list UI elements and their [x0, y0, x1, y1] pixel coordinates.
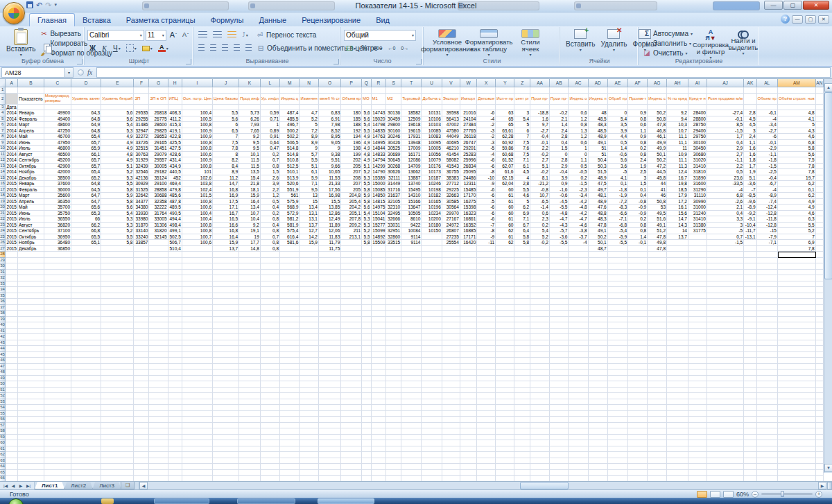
- cell[interactable]: 0,89: [261, 128, 280, 134]
- cell[interactable]: [134, 464, 149, 470]
- cell[interactable]: [101, 340, 134, 347]
- cell[interactable]: [319, 305, 341, 311]
- cell[interactable]: 31451: [149, 146, 168, 152]
- header-cell[interactable]: Экспорт: [442, 94, 460, 105]
- cell[interactable]: [550, 334, 569, 340]
- header-cell[interactable]: межб % ст: [319, 94, 341, 105]
- cell[interactable]: [460, 293, 478, 299]
- cell[interactable]: [778, 275, 816, 281]
- cell[interactable]: 0,8: [261, 240, 280, 246]
- cell[interactable]: -27,4: [707, 110, 744, 116]
- cell[interactable]: [460, 393, 478, 399]
- cell[interactable]: [149, 340, 168, 347]
- cell[interactable]: 510,4: [168, 246, 182, 252]
- cell[interactable]: [300, 446, 319, 453]
- last-sheet-icon[interactable]: ▶|: [25, 483, 32, 488]
- cell[interactable]: 17,7: [239, 240, 261, 246]
- cell[interactable]: [688, 411, 707, 417]
- column-header-AN[interactable]: AN: [816, 79, 824, 87]
- cell[interactable]: 27167: [442, 216, 460, 223]
- cell[interactable]: [182, 440, 213, 446]
- cell[interactable]: [530, 393, 550, 399]
- cell[interactable]: 2015: [6, 234, 18, 241]
- cell[interactable]: [816, 393, 824, 399]
- cell[interactable]: [168, 305, 182, 311]
- cell[interactable]: [628, 246, 648, 252]
- cell[interactable]: 8,95: [319, 134, 341, 140]
- cell[interactable]: [182, 317, 213, 323]
- cell[interactable]: 7,1: [300, 181, 319, 187]
- cell[interactable]: [149, 464, 168, 470]
- cell[interactable]: [71, 381, 101, 388]
- column-header-U[interactable]: U: [422, 79, 442, 87]
- cell[interactable]: [101, 270, 134, 276]
- cell[interactable]: -4,2: [569, 199, 588, 205]
- cell[interactable]: [168, 440, 182, 446]
- cell[interactable]: [514, 452, 530, 458]
- cell[interactable]: 17171: [460, 234, 478, 241]
- cell[interactable]: 50,8: [648, 199, 667, 205]
- cell[interactable]: [213, 440, 239, 446]
- cell[interactable]: 100,7: [182, 234, 213, 241]
- cell[interactable]: [213, 263, 239, 270]
- cell[interactable]: [401, 376, 422, 382]
- cell[interactable]: 514,8: [280, 146, 300, 152]
- cell[interactable]: [816, 346, 824, 352]
- cell[interactable]: [362, 411, 372, 417]
- cell[interactable]: [688, 388, 707, 394]
- cell[interactable]: [386, 358, 401, 364]
- orientation-button[interactable]: ⤴▾: [240, 30, 250, 41]
- cell[interactable]: [608, 252, 628, 258]
- cell[interactable]: 205: [341, 187, 362, 193]
- cell[interactable]: [149, 452, 168, 458]
- cell[interactable]: 24104: [460, 116, 478, 123]
- cell[interactable]: [239, 293, 261, 299]
- cell[interactable]: [300, 464, 319, 470]
- cell[interactable]: [300, 340, 319, 347]
- cell[interactable]: [280, 317, 300, 323]
- cell[interactable]: 502,2: [280, 134, 300, 140]
- cell[interactable]: 15509: [372, 240, 387, 246]
- cell[interactable]: [744, 287, 756, 293]
- cell[interactable]: [550, 435, 569, 441]
- cell[interactable]: [319, 411, 341, 417]
- cell[interactable]: [778, 334, 816, 340]
- page-break-view-button[interactable]: [723, 491, 734, 498]
- cell[interactable]: [477, 305, 496, 311]
- cell[interactable]: [101, 411, 134, 417]
- cell[interactable]: 10,7: [239, 211, 261, 217]
- cell[interactable]: [182, 417, 213, 423]
- cell[interactable]: 5,6: [608, 157, 628, 164]
- cell[interactable]: [372, 470, 387, 476]
- header-cell[interactable]: Добыча с: [422, 94, 442, 105]
- cell[interactable]: [442, 87, 460, 94]
- cell[interactable]: [569, 346, 588, 352]
- cell[interactable]: [550, 370, 569, 376]
- row-header-28[interactable]: 28: [0, 252, 6, 258]
- cell[interactable]: 17,1: [213, 205, 239, 211]
- cell[interactable]: [530, 381, 550, 388]
- cell[interactable]: 32663: [442, 193, 460, 199]
- cell[interactable]: [300, 322, 319, 329]
- cell[interactable]: 46700: [44, 134, 71, 140]
- cell[interactable]: [608, 464, 628, 470]
- cell[interactable]: [18, 388, 44, 394]
- cell[interactable]: 0,9: [550, 181, 569, 187]
- cell[interactable]: [168, 446, 182, 453]
- row-header-33[interactable]: 33: [0, 281, 6, 288]
- cell[interactable]: [688, 340, 707, 347]
- cell[interactable]: [341, 340, 362, 347]
- cell[interactable]: [182, 281, 213, 288]
- cell[interactable]: 4,9: [778, 199, 816, 205]
- cell[interactable]: [149, 299, 168, 305]
- cell[interactable]: 2,8: [550, 134, 569, 140]
- cell[interactable]: [589, 252, 608, 258]
- cell[interactable]: 12,4: [667, 169, 688, 175]
- cell[interactable]: [514, 87, 530, 94]
- cell[interactable]: [460, 388, 478, 394]
- cell[interactable]: 419,1: [168, 128, 182, 134]
- cell[interactable]: [550, 476, 569, 481]
- cell[interactable]: [101, 476, 134, 481]
- cell[interactable]: [386, 470, 401, 476]
- cell[interactable]: [386, 452, 401, 458]
